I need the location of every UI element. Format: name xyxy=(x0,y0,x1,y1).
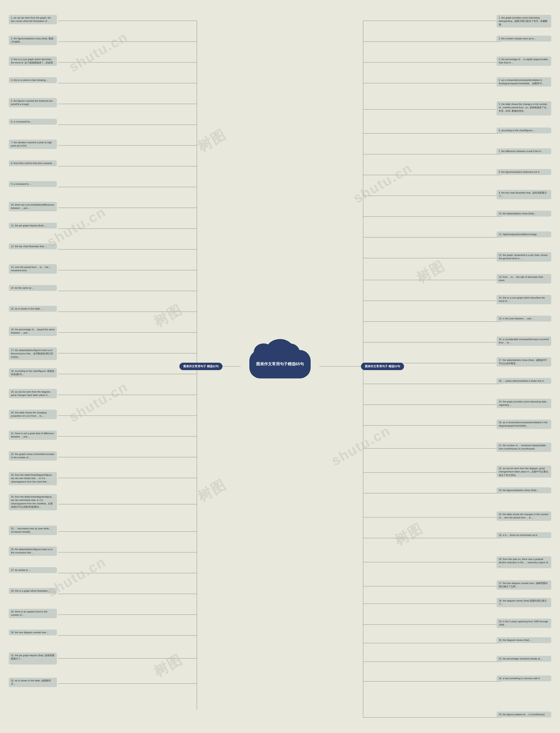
left-item-30: 30. the tree diagram reveals how ... xyxy=(9,630,57,635)
left-branch-label: 图表作文常用句子 精选32句 xyxy=(179,363,222,370)
right-branch-node: 图表作文常用句子 精选33句 xyxy=(361,363,404,370)
left-item-19: 19. as can be seen from the diagram, gre… xyxy=(9,389,57,398)
right-item-30: 30. the diagram shows (that) ... xyxy=(497,637,551,643)
left-item-26: 26. the data/statistics/figures lead us … xyxy=(9,546,57,556)
right-branch-label: 图表作文常用句子 精选33句 xyxy=(361,363,404,370)
right-item-31: 31. the percentage remained steady at ..… xyxy=(497,656,551,662)
right-item-6: 6. according to the chart/figures ... xyxy=(497,128,551,133)
right-item-7: 7. the difference between a and b lies i… xyxy=(497,148,551,154)
left-item-24: 24. from the table/chart/diagram/figure,… xyxy=(9,494,57,510)
left-item-31: 31. the pie graph depicts (that). 该饼形图图展… xyxy=(9,653,57,665)
right-item-18: 18. ... (year) witnessed/saw a sharp ris… xyxy=(497,378,551,384)
right-item-3: 3. the percentage of ... is sightly larg… xyxy=(497,56,551,66)
left-item-14: 14. be the same as ... xyxy=(9,285,57,291)
right-item-13: 13. from ... to ... the rate of decrease… xyxy=(497,274,551,283)
left-item-5: 5. the figures reached the bottom/a low … xyxy=(9,98,57,107)
watermark-12: 树图 xyxy=(391,519,426,550)
right-item-1: 1. the graph provides some interesting d… xyxy=(497,15,551,28)
left-item-20: 20. this table shows the changing propor… xyxy=(9,410,57,419)
left-item-6: 6. a: increased by ... xyxy=(9,119,57,125)
left-item-9: 9. a increased to ... xyxy=(9,181,57,187)
right-item-33: 33. the figures peaked at ... in (month/… xyxy=(497,712,551,717)
left-item-10: 10. there are a lot similarities/differe… xyxy=(9,202,57,211)
left-item-23: 23. from the table/chart/diagram/figure,… xyxy=(9,472,57,485)
left-item-29: 29. there is an upward trend in the numb… xyxy=(9,609,57,618)
left-item-7: 7. the situation reached a peak (a high … xyxy=(9,140,57,149)
right-item-9: 9. the bar chart illustrates that...该柱状图… xyxy=(497,190,551,199)
right-item-28: 28. the diagram shows (that).该图向我们展示了... xyxy=(497,598,551,607)
left-item-3: 3. this is a cure graph which describes … xyxy=(9,56,57,66)
left-item-21: 21. there is not a great deal of differe… xyxy=(9,430,57,440)
left-item-17: 17. the data/statistics/figures lead us … xyxy=(9,347,57,360)
right-item-32: 32. a has something in common with b xyxy=(497,675,551,681)
left-item-4: 4. this is a column chart showing ... xyxy=(9,77,57,83)
watermark-2: 树图 xyxy=(194,125,229,156)
watermark-4: 树图 xyxy=(150,300,185,331)
right-item-20: 20. as is shown/demonstrated/exhibited i… xyxy=(497,420,551,429)
right-item-14: 14. this is a cure graph which describes… xyxy=(497,295,551,304)
watermark-9: shutu.cn xyxy=(350,160,415,206)
center-title: 图表作文常用句子精选65句 xyxy=(256,361,304,367)
center-cloud: 图表作文常用句子精选65句 xyxy=(249,350,311,378)
right-item-5: 5. the table shows the changes in the nu… xyxy=(497,101,551,115)
left-item-13: 13. over the period from ... to ... the … xyxy=(9,264,57,274)
right-item-10: 10. the data/statistics show (that) ... xyxy=(497,211,551,217)
watermark-5: shutu.cn xyxy=(66,378,131,425)
left-item-16: 16. the percentage of ... stayed the sam… xyxy=(9,327,57,336)
right-item-4: 4. as is shown/demonstrated/exhibited in… xyxy=(497,77,551,87)
right-item-21: 21. the number of ... remained steady/st… xyxy=(497,443,551,452)
watermark-10: 树图 xyxy=(413,256,448,288)
right-item-15: 15. in the year between ... and ... xyxy=(497,316,551,322)
left-item-28: 28. this is a graph which illustrates ..… xyxy=(9,588,57,594)
right-item-25: 25. a is ... times as much/many as b. xyxy=(497,532,551,538)
left-item-27: 27. be similar to ... xyxy=(9,567,57,573)
right-item-11: 11. high/low/great/small/percentage. xyxy=(497,231,551,237)
watermark-11: shutu.cn xyxy=(329,422,393,469)
left-branch-node: 图表作文常用句子 精选32句 xyxy=(179,363,222,370)
right-item-19: 19. the graph provides some interesting … xyxy=(497,399,551,408)
right-item-23: 23. the figures/statistics show (that) .… xyxy=(497,487,551,493)
right-item-27: 27. the tree diagram reveals how...该树型图向… xyxy=(497,580,551,590)
right-item-12: 12. the graph, presented in a pie chart,… xyxy=(497,252,551,262)
right-item-24: 24. the table shows the changes in the n… xyxy=(497,511,551,521)
left-item-11: 11. the pie graph depicts (that) ... xyxy=(9,223,57,229)
left-item-22: 22. the graphs show a threefold increase… xyxy=(9,451,57,461)
left-item-2: 2. the figures/statistics show (that). 数… xyxy=(9,36,57,45)
left-item-1: 1. as can be seen from the graph, the tw… xyxy=(9,15,57,24)
right-item-16: 16. a considerable increase/decrease occ… xyxy=(497,336,551,346)
left-item-25: 25. ... decreased year by year while ...… xyxy=(9,526,57,535)
right-item-29: 29. in the 3 years spanning from 1995 th… xyxy=(497,619,551,628)
left-item-15: 15. as is shown in the table ... xyxy=(9,306,57,312)
watermark-8: 树图 xyxy=(150,650,185,681)
left-item-18: 18. according to the chart/figures. 根据这些… xyxy=(9,368,57,378)
right-item-2: 2. the number sharply went up to ... xyxy=(497,36,551,42)
right-item-22: 22. as can be seen from the diagram, gre… xyxy=(497,465,551,478)
watermark-1: shutu.cn xyxy=(66,28,131,75)
right-item-17: 17. the data/statistics show (that)...该数… xyxy=(497,357,551,367)
left-item-12: 12. the bar chart illustrates that ... xyxy=(9,243,57,249)
left-item-8: 8. from then on/from this time onwards .… xyxy=(9,160,57,166)
right-item-26: 26. from this year on, there was a gradu… xyxy=(497,556,551,568)
watermark-6: 树图 xyxy=(194,475,229,506)
left-item-32: 32. as is shown in the table. 如图格所示... xyxy=(9,678,57,687)
right-item-8: 8. the figures/situation bottomed out in xyxy=(497,169,551,175)
mind-map-container: shutu.cn 树图 shutu.cn 树图 shutu.cn 树图 shut… xyxy=(0,0,560,733)
